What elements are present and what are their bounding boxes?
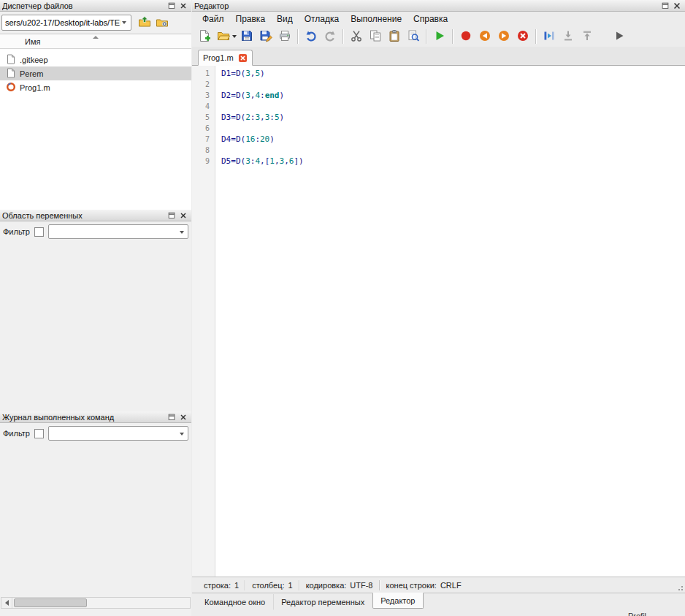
step-button[interactable]	[540, 28, 558, 45]
tab-close-icon[interactable]	[238, 53, 248, 63]
resize-grip[interactable]	[677, 585, 683, 590]
code-line: D1=D(3,5)	[221, 68, 685, 79]
line-number[interactable]: 6	[192, 123, 210, 134]
scrollbar-thumb[interactable]	[14, 598, 87, 607]
step-out-button[interactable]	[578, 28, 596, 45]
history-filter-combo[interactable]	[48, 426, 188, 441]
file-icon	[6, 68, 20, 80]
close-icon[interactable]	[177, 1, 189, 11]
toolbar-separator	[426, 29, 427, 44]
workspace-filter-checkbox[interactable]	[34, 227, 44, 237]
file-row[interactable]: Perem	[0, 66, 191, 80]
dock-tab-bar: Командное окноРедактор переменныхРедакто…	[192, 593, 685, 611]
editor-tabbar: Prog1.m	[192, 47, 685, 66]
editor-titlebar: Редактор	[192, 0, 685, 12]
status-encoding-label: кодировка:	[306, 581, 347, 590]
undock-icon[interactable]	[166, 1, 177, 11]
line-number[interactable]: 9	[192, 156, 210, 167]
new-script-button[interactable]	[196, 28, 213, 45]
find-icon	[407, 29, 420, 44]
breakpoint-toggle-button[interactable]	[457, 28, 475, 45]
breakpoint-clear-button[interactable]	[514, 28, 532, 45]
line-number[interactable]: 1	[192, 68, 210, 79]
breakpoint-next-icon	[497, 29, 510, 44]
open-file-button[interactable]	[215, 28, 232, 45]
file-browser-actions	[136, 14, 171, 31]
code-editor: 123456789 D1=D(3,5) D2=D(3,4:end) D3=D(2…	[192, 66, 685, 577]
code-area[interactable]: D1=D(3,5) D2=D(3,4:end) D3=D(2:3,3:5) D4…	[215, 66, 685, 577]
line-number-gutter[interactable]: 123456789	[192, 66, 215, 577]
menu-edit[interactable]: Правка	[230, 12, 272, 26]
code-line: D2=D(3,4:end)	[221, 90, 685, 101]
breakpoint-prev-button[interactable]	[476, 28, 494, 45]
menu-debug[interactable]: Отладка	[299, 12, 345, 26]
toolbar-separator	[297, 29, 299, 44]
file-browser-toolbar	[0, 12, 191, 34]
close-icon[interactable]	[177, 210, 189, 221]
undock-icon[interactable]	[166, 412, 177, 422]
close-icon[interactable]	[177, 412, 189, 422]
redo-button[interactable]	[321, 28, 339, 45]
file-name: Prog1.m	[20, 83, 50, 92]
run-button[interactable]	[431, 28, 448, 45]
chevron-down-icon	[180, 231, 184, 234]
line-number[interactable]: 2	[192, 79, 210, 90]
code-line	[221, 101, 685, 112]
file-list-name-header[interactable]: Имя	[0, 34, 191, 49]
dock-tab-variable-editor[interactable]: Редактор переменных	[273, 594, 372, 610]
file-name: Perem	[20, 69, 43, 78]
history-horizontal-scrollbar[interactable]	[1, 597, 191, 609]
line-number[interactable]: 3	[192, 90, 210, 101]
print-icon	[278, 29, 291, 44]
menu-run[interactable]: Выполнение	[345, 12, 407, 26]
file-row[interactable]: Prog1.m	[0, 80, 191, 94]
step-in-button[interactable]	[559, 28, 577, 45]
line-number[interactable]: 5	[192, 112, 210, 123]
workspace-filter-row: Фильтр	[0, 221, 191, 242]
save-button[interactable]	[238, 28, 256, 45]
paste-button[interactable]	[386, 28, 403, 45]
undock-icon[interactable]	[659, 1, 671, 11]
copy-button[interactable]	[367, 28, 384, 45]
line-number[interactable]: 4	[192, 101, 210, 112]
path-dropdown-icon[interactable]	[122, 21, 126, 24]
open-file-icon	[217, 29, 230, 44]
open-dropdown-icon[interactable]	[231, 28, 237, 45]
save-as-button[interactable]	[257, 28, 275, 45]
tab-prog1[interactable]: Prog1.m	[198, 50, 253, 66]
file-rows: .gitkeepPeremProg1.m	[0, 49, 191, 94]
print-button[interactable]	[276, 28, 294, 45]
file-row[interactable]: .gitkeep	[0, 53, 191, 66]
chevron-down-icon	[180, 433, 184, 436]
undock-icon[interactable]	[166, 210, 177, 221]
dock-tab-command-window[interactable]: Командное окно	[196, 594, 273, 610]
menu-help[interactable]: Справка	[407, 12, 454, 26]
workspace-filter-combo[interactable]	[48, 224, 188, 239]
undo-icon	[305, 29, 318, 44]
line-number[interactable]: 7	[192, 134, 210, 145]
tab-label: Prog1.m	[203, 53, 234, 62]
code-line	[221, 145, 685, 156]
undo-button[interactable]	[302, 28, 320, 45]
dock-tab-editor[interactable]: Редактор	[372, 593, 423, 609]
folder-browse-button[interactable]	[153, 14, 171, 31]
cut-button[interactable]	[348, 28, 365, 45]
history-filter-checkbox[interactable]	[34, 429, 44, 438]
code-line	[221, 123, 685, 134]
breakpoint-prev-icon	[478, 29, 491, 44]
editor-statusbar: строка:1 столбец:1 кодировка:UTF-8 конец…	[192, 577, 685, 593]
left-dock-area: Диспетчер файлов Имя .gitkeepPeremProg1.…	[0, 0, 191, 616]
line-number[interactable]: 8	[192, 145, 210, 156]
scroll-left-icon[interactable]	[1, 598, 12, 608]
close-icon[interactable]	[671, 1, 683, 11]
history-filter-row: Фильтр	[0, 423, 191, 444]
breakpoint-next-button[interactable]	[495, 28, 513, 45]
path-input[interactable]	[1, 15, 131, 31]
menu-file[interactable]: Файл	[196, 12, 230, 26]
continue-button[interactable]	[611, 28, 628, 45]
file-browser-titlebar: Диспетчер файлов	[0, 0, 191, 12]
redo-icon	[324, 29, 337, 44]
find-button[interactable]	[405, 28, 422, 45]
menu-view[interactable]: Вид	[271, 12, 299, 26]
folder-up-button[interactable]	[136, 14, 153, 31]
